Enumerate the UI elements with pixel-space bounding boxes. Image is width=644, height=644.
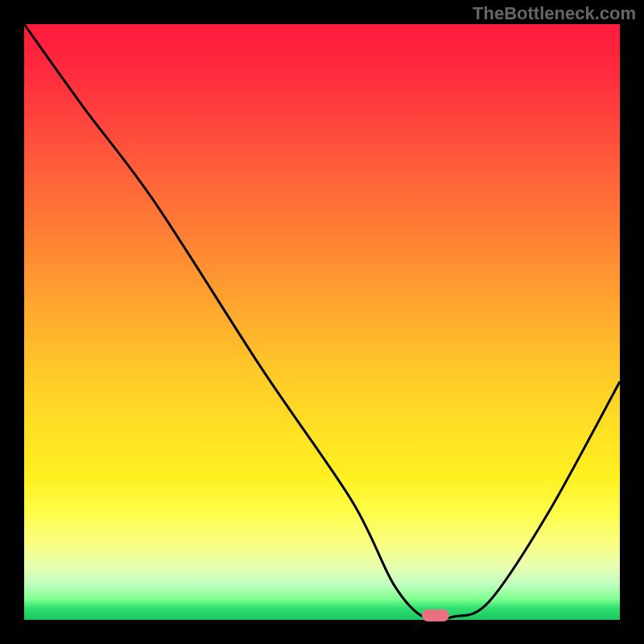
bottleneck-line bbox=[24, 24, 620, 620]
watermark-text: TheBottleneck.com bbox=[473, 3, 636, 24]
chart-plot-area bbox=[24, 24, 620, 620]
optimal-point-marker bbox=[422, 609, 449, 621]
